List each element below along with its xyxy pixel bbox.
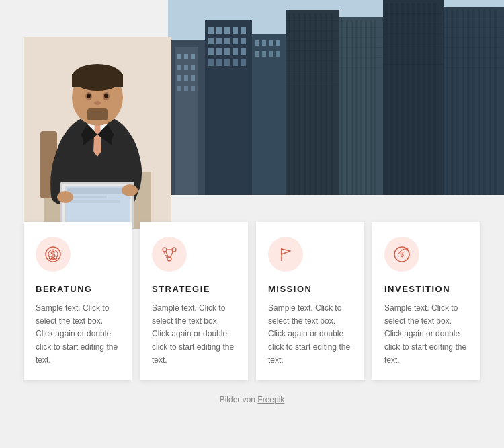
svg-rect-105 [494,10,497,195]
card-strategie[interactable]: ✕ STRATEGIE Sample text. Click to select… [140,222,248,380]
svg-rect-94 [383,64,444,65]
svg-rect-85 [417,3,420,195]
svg-rect-89 [383,13,444,14]
card-strategie-text: Sample text. Click to select the text bo… [152,302,236,367]
svg-rect-57 [286,20,339,21]
svg-rect-45 [269,51,273,57]
svg-rect-23 [208,38,214,44]
svg-rect-41 [269,40,273,46]
svg-rect-70 [365,20,367,195]
strategie-icon-bg: ✕ [152,237,187,272]
svg-rect-110 [444,57,504,58]
invest-icon: $ [393,246,411,263]
svg-rect-42 [276,40,280,46]
svg-rect-8 [177,65,181,70]
svg-rect-13 [191,75,195,81]
svg-rect-106 [444,17,504,17]
investition-icon-bg: $ [384,237,419,272]
svg-rect-81 [396,3,398,195]
svg-rect-63 [286,81,339,81]
svg-rect-30 [224,48,230,55]
svg-rect-109 [444,47,504,48]
person-image [24,37,171,229]
footer-link[interactable]: Freepik [257,395,284,404]
svg-rect-68 [355,20,358,195]
svg-rect-76 [339,57,383,58]
svg-rect-101 [472,10,475,195]
svg-rect-15 [184,86,188,91]
svg-rect-19 [216,27,222,34]
svg-rect-31 [233,48,238,55]
card-beratung[interactable]: $ BERATUNG Sample text. Click to select … [24,222,132,380]
svg-rect-27 [241,38,246,44]
svg-rect-16 [191,86,195,91]
svg-rect-97 [451,10,454,195]
svg-rect-40 [262,40,266,46]
svg-rect-24 [216,38,222,44]
svg-rect-28 [208,48,214,55]
svg-rect-71 [370,20,372,195]
beratung-icon-bg: $ [36,237,71,272]
svg-rect-59 [286,40,339,41]
svg-rect-34 [216,59,222,66]
svg-rect-60 [286,50,339,51]
svg-rect-66 [346,20,348,195]
svg-rect-43 [255,51,259,57]
svg-rect-6 [184,54,188,59]
svg-rect-108 [444,37,504,38]
card-beratung-title: BERATUNG [36,284,120,294]
svg-rect-14 [177,86,181,91]
svg-point-136 [122,184,138,196]
svg-rect-44 [262,51,266,57]
svg-rect-102 [478,10,480,195]
footer: Bilder von Freepik [0,395,504,404]
card-strategie-title: STRATEGIE [152,284,236,294]
svg-rect-73 [339,27,383,28]
svg-rect-29 [216,48,222,55]
svg-rect-88 [433,3,436,195]
svg-text:$: $ [50,249,56,260]
svg-rect-128 [87,108,108,120]
svg-rect-25 [224,38,230,44]
svg-rect-35 [224,59,230,66]
svg-rect-38 [252,34,286,195]
svg-rect-80 [390,3,393,195]
strategy-icon: ✕ [161,246,178,263]
card-investition-title: INVESTITION [384,284,468,294]
svg-rect-92 [383,44,444,44]
svg-point-140 [163,248,167,252]
card-investition[interactable]: $ INVESTITION Sample text. Click to sele… [372,222,480,380]
card-beratung-text: Sample text. Click to select the text bo… [36,302,120,367]
svg-rect-77 [339,67,383,68]
svg-rect-69 [360,20,362,195]
svg-rect-37 [241,59,246,66]
svg-rect-12 [184,75,188,81]
svg-rect-11 [177,75,181,81]
svg-rect-62 [286,71,339,71]
svg-marker-117 [93,123,101,157]
card-mission-title: MISSION [268,284,352,294]
svg-rect-75 [339,47,383,48]
svg-rect-111 [444,67,504,68]
card-mission[interactable]: MISSION Sample text. Click to select the… [256,222,364,380]
svg-rect-86 [423,3,425,195]
svg-rect-22 [241,27,246,34]
svg-rect-122 [72,74,123,87]
svg-rect-72 [374,20,376,195]
svg-rect-103 [483,10,486,195]
svg-rect-91 [383,34,444,34]
mission-icon-bg [268,237,303,272]
svg-line-145 [171,252,173,258]
svg-rect-90 [383,24,444,24]
svg-rect-20 [224,27,230,34]
svg-rect-39 [255,40,259,46]
svg-rect-10 [191,65,195,70]
svg-point-141 [172,248,176,252]
svg-rect-84 [412,3,415,195]
svg-rect-61 [286,61,339,61]
svg-rect-7 [191,54,195,59]
svg-rect-93 [383,54,444,54]
svg-rect-104 [489,10,491,195]
svg-rect-96 [446,10,448,195]
svg-rect-9 [184,65,188,70]
